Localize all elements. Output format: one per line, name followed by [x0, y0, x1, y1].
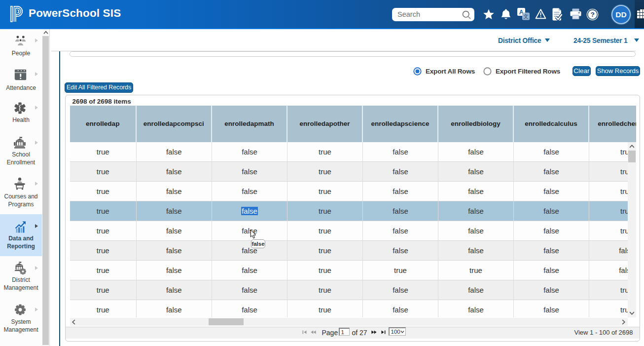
svg-text:文: 文 [523, 13, 529, 19]
svg-text:?: ? [590, 11, 594, 18]
